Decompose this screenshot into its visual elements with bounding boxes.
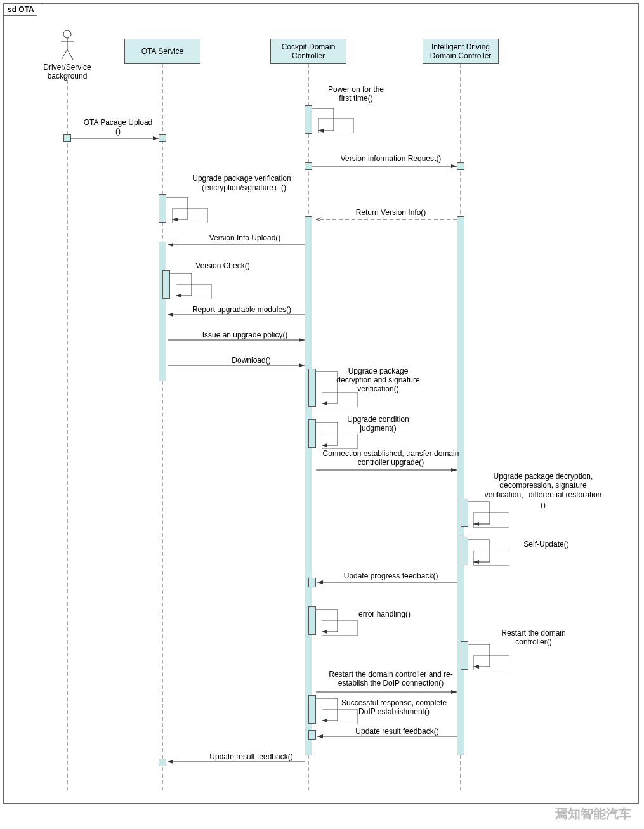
- arrows-layer: [4, 4, 638, 803]
- sequence-frame: sd OTA Driver/Service background OTA Ser…: [3, 3, 639, 804]
- watermark: 焉知智能汽车: [555, 806, 631, 823]
